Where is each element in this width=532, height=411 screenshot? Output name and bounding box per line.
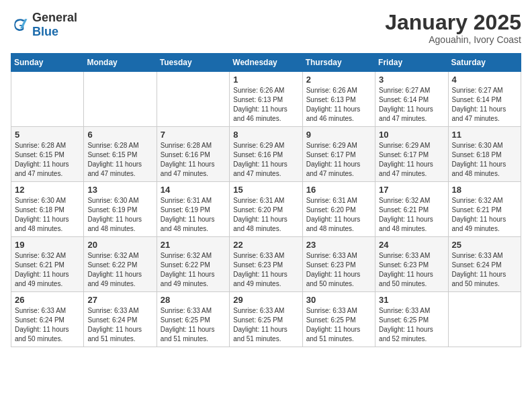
day-info: Sunrise: 6:33 AM Sunset: 6:24 PM Dayligh… — [87, 306, 152, 344]
logo-icon — [11, 15, 30, 34]
day-info: Sunrise: 6:33 AM Sunset: 6:23 PM Dayligh… — [233, 251, 298, 289]
day-number: 2 — [306, 75, 371, 85]
calendar-cell: 4Sunrise: 6:27 AM Sunset: 6:14 PM Daylig… — [448, 72, 521, 127]
calendar-cell: 7Sunrise: 6:28 AM Sunset: 6:16 PM Daylig… — [157, 127, 229, 182]
day-number: 30 — [306, 295, 371, 305]
day-number: 27 — [87, 295, 152, 305]
weekday-header-row: SundayMondayTuesdayWednesdayThursdayFrid… — [11, 54, 521, 72]
day-number: 3 — [379, 75, 444, 85]
calendar-week-5: 26Sunrise: 6:33 AM Sunset: 6:24 PM Dayli… — [11, 292, 521, 347]
day-info: Sunrise: 6:29 AM Sunset: 6:16 PM Dayligh… — [233, 141, 298, 179]
calendar-week-3: 12Sunrise: 6:30 AM Sunset: 6:18 PM Dayli… — [11, 182, 521, 237]
day-number: 9 — [306, 130, 371, 140]
calendar-cell: 31Sunrise: 6:33 AM Sunset: 6:25 PM Dayli… — [375, 292, 448, 347]
calendar-cell: 6Sunrise: 6:28 AM Sunset: 6:15 PM Daylig… — [84, 127, 157, 182]
weekday-header-thursday: Thursday — [302, 54, 375, 72]
calendar-cell: 27Sunrise: 6:33 AM Sunset: 6:24 PM Dayli… — [84, 292, 157, 347]
logo-general: General — [32, 11, 77, 24]
calendar-cell: 1Sunrise: 6:26 AM Sunset: 6:13 PM Daylig… — [230, 72, 302, 127]
day-info: Sunrise: 6:33 AM Sunset: 6:25 PM Dayligh… — [161, 306, 226, 344]
calendar-cell: 14Sunrise: 6:31 AM Sunset: 6:19 PM Dayli… — [157, 182, 229, 237]
day-info: Sunrise: 6:26 AM Sunset: 6:13 PM Dayligh… — [306, 86, 371, 124]
day-info: Sunrise: 6:33 AM Sunset: 6:24 PM Dayligh… — [15, 306, 80, 344]
day-number: 25 — [452, 240, 517, 250]
calendar-week-2: 5Sunrise: 6:28 AM Sunset: 6:15 PM Daylig… — [11, 127, 521, 182]
location-subtitle: Agouahin, Ivory Coast — [385, 34, 521, 45]
calendar-cell: 22Sunrise: 6:33 AM Sunset: 6:23 PM Dayli… — [230, 237, 302, 292]
day-info: Sunrise: 6:29 AM Sunset: 6:17 PM Dayligh… — [306, 141, 371, 179]
calendar-cell: 28Sunrise: 6:33 AM Sunset: 6:25 PM Dayli… — [157, 292, 229, 347]
day-number: 29 — [233, 295, 298, 305]
calendar-cell: 18Sunrise: 6:32 AM Sunset: 6:21 PM Dayli… — [448, 182, 521, 237]
calendar-cell: 8Sunrise: 6:29 AM Sunset: 6:16 PM Daylig… — [230, 127, 302, 182]
day-number: 19 — [15, 240, 80, 250]
day-number: 11 — [452, 130, 517, 140]
calendar-cell: 11Sunrise: 6:30 AM Sunset: 6:18 PM Dayli… — [448, 127, 521, 182]
calendar-cell: 23Sunrise: 6:33 AM Sunset: 6:23 PM Dayli… — [302, 237, 375, 292]
day-info: Sunrise: 6:33 AM Sunset: 6:24 PM Dayligh… — [452, 251, 517, 289]
day-info: Sunrise: 6:30 AM Sunset: 6:18 PM Dayligh… — [15, 196, 80, 234]
day-info: Sunrise: 6:31 AM Sunset: 6:19 PM Dayligh… — [161, 196, 226, 234]
day-info: Sunrise: 6:33 AM Sunset: 6:25 PM Dayligh… — [306, 306, 371, 344]
calendar-cell: 2Sunrise: 6:26 AM Sunset: 6:13 PM Daylig… — [302, 72, 375, 127]
day-info: Sunrise: 6:28 AM Sunset: 6:15 PM Dayligh… — [15, 141, 80, 179]
day-info: Sunrise: 6:33 AM Sunset: 6:25 PM Dayligh… — [233, 306, 298, 344]
day-number: 12 — [15, 185, 80, 195]
calendar-cell: 26Sunrise: 6:33 AM Sunset: 6:24 PM Dayli… — [11, 292, 84, 347]
day-number: 14 — [161, 185, 226, 195]
calendar-cell: 19Sunrise: 6:32 AM Sunset: 6:21 PM Dayli… — [11, 237, 84, 292]
day-number: 17 — [379, 185, 444, 195]
day-number: 5 — [15, 130, 80, 140]
day-number: 20 — [87, 240, 152, 250]
day-number: 28 — [161, 295, 226, 305]
day-info: Sunrise: 6:32 AM Sunset: 6:22 PM Dayligh… — [161, 251, 226, 289]
calendar-cell — [448, 292, 521, 347]
calendar-cell: 10Sunrise: 6:29 AM Sunset: 6:17 PM Dayli… — [375, 127, 448, 182]
day-info: Sunrise: 6:33 AM Sunset: 6:23 PM Dayligh… — [379, 251, 444, 289]
weekday-header-monday: Monday — [84, 54, 157, 72]
day-number: 4 — [452, 75, 517, 85]
day-number: 24 — [379, 240, 444, 250]
day-number: 6 — [87, 130, 152, 140]
calendar-cell: 29Sunrise: 6:33 AM Sunset: 6:25 PM Dayli… — [230, 292, 302, 347]
page-header: General Blue January 2025 Agouahin, Ivor… — [11, 11, 521, 45]
day-info: Sunrise: 6:30 AM Sunset: 6:18 PM Dayligh… — [452, 141, 517, 179]
calendar-cell: 16Sunrise: 6:31 AM Sunset: 6:20 PM Dayli… — [302, 182, 375, 237]
day-info: Sunrise: 6:31 AM Sunset: 6:20 PM Dayligh… — [233, 196, 298, 234]
day-info: Sunrise: 6:29 AM Sunset: 6:17 PM Dayligh… — [379, 141, 444, 179]
day-info: Sunrise: 6:32 AM Sunset: 6:21 PM Dayligh… — [452, 196, 517, 234]
day-info: Sunrise: 6:33 AM Sunset: 6:23 PM Dayligh… — [306, 251, 371, 289]
calendar-cell: 30Sunrise: 6:33 AM Sunset: 6:25 PM Dayli… — [302, 292, 375, 347]
month-title: January 2025 — [385, 11, 521, 34]
day-info: Sunrise: 6:30 AM Sunset: 6:19 PM Dayligh… — [87, 196, 152, 234]
calendar-cell: 17Sunrise: 6:32 AM Sunset: 6:21 PM Dayli… — [375, 182, 448, 237]
day-info: Sunrise: 6:27 AM Sunset: 6:14 PM Dayligh… — [379, 86, 444, 124]
day-number: 26 — [15, 295, 80, 305]
calendar-cell — [157, 72, 229, 127]
day-number: 23 — [306, 240, 371, 250]
calendar-week-4: 19Sunrise: 6:32 AM Sunset: 6:21 PM Dayli… — [11, 237, 521, 292]
calendar-cell: 15Sunrise: 6:31 AM Sunset: 6:20 PM Dayli… — [230, 182, 302, 237]
logo-text: General Blue — [32, 11, 77, 39]
day-info: Sunrise: 6:27 AM Sunset: 6:14 PM Dayligh… — [452, 86, 517, 124]
day-number: 21 — [161, 240, 226, 250]
day-info: Sunrise: 6:32 AM Sunset: 6:21 PM Dayligh… — [15, 251, 80, 289]
title-block: January 2025 Agouahin, Ivory Coast — [385, 11, 521, 45]
day-info: Sunrise: 6:33 AM Sunset: 6:25 PM Dayligh… — [379, 306, 444, 344]
calendar-cell: 3Sunrise: 6:27 AM Sunset: 6:14 PM Daylig… — [375, 72, 448, 127]
day-number: 10 — [379, 130, 444, 140]
day-number: 13 — [87, 185, 152, 195]
day-info: Sunrise: 6:28 AM Sunset: 6:16 PM Dayligh… — [161, 141, 226, 179]
calendar-cell — [84, 72, 157, 127]
calendar-cell: 25Sunrise: 6:33 AM Sunset: 6:24 PM Dayli… — [448, 237, 521, 292]
weekday-header-friday: Friday — [375, 54, 448, 72]
weekday-header-wednesday: Wednesday — [230, 54, 302, 72]
day-number: 7 — [161, 130, 226, 140]
calendar-cell: 5Sunrise: 6:28 AM Sunset: 6:15 PM Daylig… — [11, 127, 84, 182]
day-number: 15 — [233, 185, 298, 195]
calendar-cell: 12Sunrise: 6:30 AM Sunset: 6:18 PM Dayli… — [11, 182, 84, 237]
weekday-header-saturday: Saturday — [448, 54, 521, 72]
day-number: 8 — [233, 130, 298, 140]
logo: General Blue — [11, 11, 77, 39]
weekday-header-tuesday: Tuesday — [157, 54, 229, 72]
